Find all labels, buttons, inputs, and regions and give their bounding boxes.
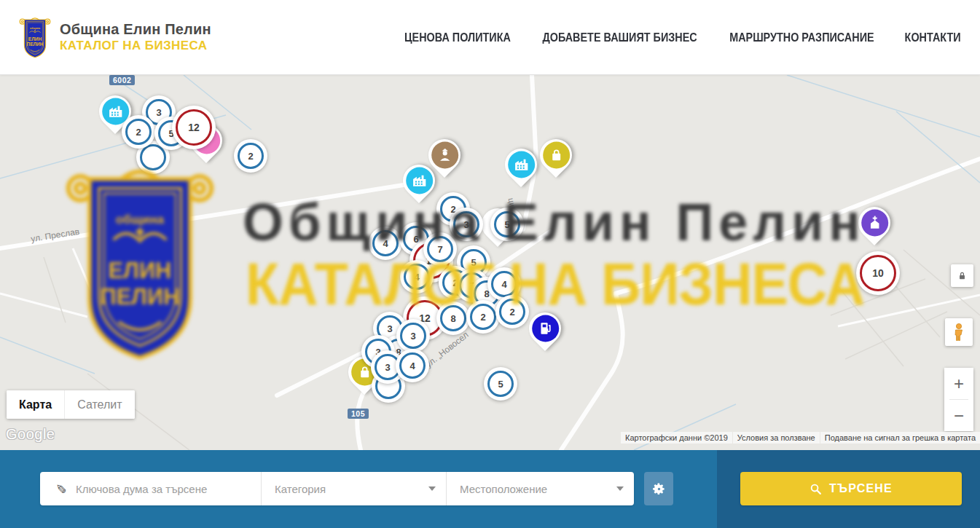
google-map[interactable]: ул. Преслав бул. „Новосел ции 105 6002 3…: [0, 75, 980, 450]
site-logo[interactable]: община ЕЛИН ПЕЛИН Община Елин Пелин КАТА…: [18, 15, 211, 60]
cluster-count: 7: [437, 244, 442, 255]
cluster-count: 2: [480, 312, 485, 323]
factory-icon: [508, 151, 535, 178]
fuel-icon: [532, 315, 559, 342]
pegman-icon: [950, 323, 968, 342]
nav-pricing[interactable]: ЦЕНОВА ПОЛИТИКА: [404, 31, 511, 44]
map-cluster-marker[interactable]: 2: [495, 295, 529, 328]
church-pin-marker[interactable]: [852, 200, 897, 245]
search-bar: ✎ Категория Местоположение: [0, 450, 980, 528]
map-type-switcher: Карта Сателит: [7, 390, 135, 419]
keyword-field[interactable]: ✎: [40, 472, 261, 505]
site-header: община ЕЛИН ПЕЛИН Община Елин Пелин КАТА…: [0, 0, 980, 75]
cluster-count: 2: [136, 127, 141, 138]
pencil-icon: ✎: [52, 483, 68, 494]
map-cluster-marker[interactable]: 2: [466, 300, 500, 334]
map-cluster-marker[interactable]: 5: [484, 367, 517, 401]
zoom-in-button[interactable]: +: [944, 368, 973, 399]
map-cluster-marker[interactable]: 12: [172, 106, 216, 149]
map-cluster-marker[interactable]: 3: [450, 208, 483, 241]
site-subtitle: КАТАЛОГ НА БИЗНЕСА: [60, 39, 211, 53]
map-attribution: Картографски данни ©2019 Условия за полз…: [621, 432, 980, 444]
map-type-satellite-button[interactable]: Сателит: [64, 390, 134, 419]
cluster-count: 5: [498, 379, 503, 390]
cluster-count: 4: [414, 272, 419, 283]
cluster-count: 3: [410, 331, 415, 342]
svg-text:ПЕЛИН: ПЕЛИН: [27, 42, 44, 47]
nav-contacts[interactable]: КОНТАКТИ: [904, 31, 960, 44]
attribution-terms-link[interactable]: Условия за ползване: [733, 432, 820, 444]
cluster-count: 5: [471, 257, 476, 268]
map-lock-button[interactable]: [951, 264, 973, 287]
bag-pin-marker[interactable]: [533, 133, 579, 178]
chevron-down-icon: [428, 486, 436, 491]
svg-text:ЕЛИН: ЕЛИН: [28, 36, 42, 41]
main-nav: ЦЕНОВА ПОЛИТИКА ДОБАВЕТЕ ВАШИЯТ БИЗНЕС М…: [402, 31, 962, 44]
municipality-emblem-icon: община ЕЛИН ПЕЛИН: [18, 15, 52, 60]
map-type-map-button[interactable]: Карта: [7, 390, 64, 419]
google-logo[interactable]: Google: [6, 426, 55, 443]
bag-icon: [543, 142, 570, 169]
factory-icon: [406, 168, 433, 194]
search-button-label: ТЪРСЕНЕ: [829, 482, 893, 495]
search-field-group: ✎ Категория Местоположение: [40, 472, 634, 505]
lock-icon: [957, 270, 968, 281]
factory-pin-marker[interactable]: [498, 142, 544, 187]
street-view-pegman-button[interactable]: [945, 318, 973, 346]
map-cluster-marker[interactable]: 4: [400, 260, 434, 293]
map-cluster-marker[interactable]: 8: [436, 302, 470, 335]
map-cluster-marker[interactable]: 2: [122, 115, 155, 149]
cluster-count: 3: [156, 107, 161, 118]
map-cluster-marker[interactable]: 2: [234, 139, 267, 173]
worker-icon: [431, 142, 458, 169]
cluster-count: 5: [504, 219, 509, 230]
nav-route-schedule[interactable]: МАРШРУТНО РАЗПИСАНИЕ: [729, 31, 874, 44]
search-action-panel: ТЪРСЕНЕ: [717, 450, 980, 528]
cluster-count: 4: [409, 360, 415, 371]
cluster-count: 3: [387, 323, 392, 334]
zoom-control: + −: [944, 368, 973, 431]
search-icon: [810, 483, 822, 495]
attribution-data: Картографски данни ©2019: [621, 432, 732, 444]
cluster-count: 3: [463, 219, 469, 230]
fuel-pin-marker[interactable]: [522, 306, 568, 351]
search-button[interactable]: ТЪРСЕНЕ: [740, 472, 962, 505]
search-fields-panel: ✎ Категория Местоположение: [0, 450, 717, 528]
keyword-input[interactable]: [74, 482, 252, 496]
map-cluster-marker[interactable]: 4: [396, 349, 429, 382]
map-cluster-marker[interactable]: 7: [423, 232, 457, 266]
church-icon: [861, 210, 888, 237]
cluster-count: 4: [383, 238, 388, 249]
cluster-count: 3: [385, 362, 390, 373]
gear-icon: [652, 482, 666, 496]
nav-add-business[interactable]: ДОБАВЕТЕ ВАШИЯТ БИЗНЕС: [542, 31, 697, 44]
zoom-out-button[interactable]: −: [944, 400, 973, 431]
cluster-count: 4: [501, 279, 506, 290]
map-cluster-marker[interactable]: 4: [369, 226, 402, 260]
map-cluster-marker[interactable]: 5: [490, 208, 524, 241]
cluster-count: 2: [509, 307, 514, 318]
cluster-count: 2: [248, 151, 253, 162]
category-select[interactable]: Категория: [261, 472, 446, 505]
chevron-down-icon: [616, 486, 624, 491]
svg-text:община: община: [30, 27, 41, 30]
advanced-settings-button[interactable]: [644, 472, 673, 505]
site-title: Община Елин Пелин: [60, 21, 211, 39]
map-cluster-marker[interactable]: 3: [396, 319, 430, 352]
map-cluster-marker[interactable]: 10: [856, 251, 900, 295]
category-select-value: Категория: [275, 483, 428, 495]
location-select[interactable]: Местоположение: [446, 472, 634, 505]
cluster-count: 8: [450, 313, 455, 324]
location-select-value: Местоположение: [460, 483, 616, 495]
cluster-count: 12: [188, 122, 200, 133]
cluster-count: 10: [872, 267, 884, 279]
map-markers-layer: 3251222354613754278412822383334510: [0, 75, 980, 450]
attribution-report-link[interactable]: Подаване на сигнал за грешка в картата: [820, 432, 980, 444]
